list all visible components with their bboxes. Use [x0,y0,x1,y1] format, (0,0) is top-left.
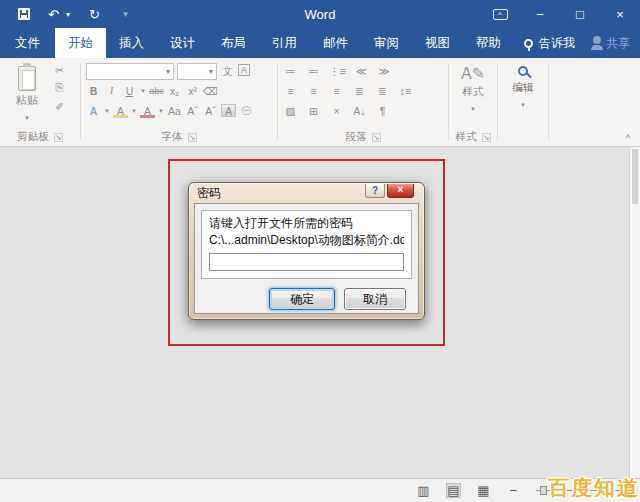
borders-icon[interactable]: ⊞ [306,103,321,118]
editing-button[interactable]: 编辑 ▾ [498,64,548,112]
font-color-icon[interactable]: A [140,103,155,118]
chevron-down-icon: ▾ [166,67,170,76]
align-left-icon[interactable]: ≡ [283,83,298,98]
tab-review[interactable]: 审阅 [361,28,412,58]
format-painter-icon[interactable]: ✐ [52,98,67,113]
asian-layout-icon[interactable]: × [329,103,344,118]
maximize-icon[interactable]: □ [560,0,600,28]
minimize-icon[interactable]: − [520,0,560,28]
collapse-ribbon-icon[interactable]: ^ [626,133,630,143]
underline-caret-icon[interactable]: ▾ [140,83,146,98]
tell-me-icon [524,39,533,48]
password-input[interactable] [209,253,404,271]
change-case-icon[interactable]: Aa [167,103,182,118]
font-name-select[interactable]: ▾ [86,63,174,80]
enclose-character-icon[interactable]: ㊀ [239,103,254,118]
superscript-icon[interactable]: x² [185,83,200,98]
styles-icon: A✎ [461,64,485,83]
password-prompt-text: 请键入打开文件所需的密码 [209,215,404,232]
dialog-launcher-icon[interactable]: ↘ [372,133,381,142]
chevron-down-icon: ▾ [520,97,526,112]
shading-icon[interactable]: ▨ [283,103,298,118]
vertical-scrollbar[interactable] [629,147,640,478]
multilevel-list-icon[interactable]: ⋮≡ [329,63,346,78]
window-controls: ^ −□× [480,0,640,28]
copy-icon[interactable]: ⎘ [52,80,67,95]
character-shading-icon[interactable]: A [221,104,236,117]
view-mode-buttons: ▥▤▦ [416,483,491,498]
tab-file[interactable]: 文件 [0,28,55,58]
sort-icon[interactable]: A↓ [352,103,367,118]
scrollbar-thumb[interactable] [632,149,638,204]
paste-label: 粘贴 [16,93,38,108]
line-spacing-icon[interactable]: ↕≡ [398,83,413,98]
password-dialog: 密码 ? × 请键入打开文件所需的密码 C:\...admin\Desktop\… [188,182,425,320]
underline-icon[interactable]: U [122,83,137,98]
print-layout-icon[interactable]: ▤ [446,483,461,498]
ok-button[interactable]: 确定 [269,288,335,310]
document-area: 密码 ? × 请键入打开文件所需的密码 C:\...admin\Desktop\… [0,147,640,478]
dialog-close-button[interactable]: × [387,184,414,198]
tab-references[interactable]: 引用 [259,28,310,58]
share-button[interactable]: 共享 [593,28,630,58]
align-center-icon[interactable]: ≡ [306,83,321,98]
ribbon-display-options-button[interactable]: ^ [480,0,520,28]
tab-design[interactable]: 设计 [157,28,208,58]
phonetic-guide-icon[interactable]: 文 [220,64,235,79]
font-group: ▾ ▾ 文A BIU▾abcx₂x²⌫ A▾A▾A▾AaAˆAˇA㊀ 字体 ↘ [81,58,277,146]
show-marks-icon[interactable]: ¶ [375,103,390,118]
chevron-down-icon: ▾ [470,101,476,116]
ribbon-tab-bar: 文件 开始插入设计布局引用邮件审阅视图帮助 告诉我 共享 [0,28,640,58]
text-highlight-icon[interactable]: A [113,103,128,118]
dialog-launcher-icon[interactable]: ↘ [54,133,63,142]
tab-mailings[interactable]: 邮件 [310,28,361,58]
dialog-launcher-icon[interactable]: ↘ [482,133,491,142]
styles-button[interactable]: A✎ 样式 ▾ [449,64,497,116]
dialog-launcher-icon[interactable]: ↘ [188,133,197,142]
increase-indent-icon[interactable]: ≫ [377,63,392,78]
group-label-font: 字体 [162,130,183,144]
align-right-icon[interactable]: ≡ [329,83,344,98]
bold-icon[interactable]: B [86,83,101,98]
dialog-footer: 确定 取消 [201,279,412,310]
font-size-select[interactable]: ▾ [177,63,217,80]
character-border-icon[interactable]: A [238,64,250,76]
paste-icon [18,66,36,91]
tab-help[interactable]: 帮助 [463,28,514,58]
paste-button[interactable]: 粘贴 ▾ [6,63,48,125]
web-layout-icon[interactable]: ▦ [476,483,491,498]
distribute-icon[interactable]: ≣ [375,83,390,98]
group-separator [548,64,549,140]
group-label-clipboard: 剪贴板 [17,130,49,144]
dialog-title: 密码 [197,185,221,202]
search-icon [518,66,528,76]
styles-button-label: 样式 [463,85,484,99]
editing-button-label: 编辑 [513,81,534,95]
bullets-icon[interactable]: ≔ [283,63,298,78]
tab-view[interactable]: 视图 [412,28,463,58]
dropdown-caret-icon: ▾ [131,103,137,118]
zoom-out-button[interactable]: − [506,483,521,498]
close-icon[interactable]: × [600,0,640,28]
decrease-indent-icon[interactable]: ≪ [354,63,369,78]
justify-icon[interactable]: ≣ [352,83,367,98]
strikethrough-icon[interactable]: abc [149,83,164,98]
help-button[interactable]: ? [365,184,385,198]
italic-icon[interactable]: I [104,83,119,98]
cut-icon[interactable]: ✂ [52,62,67,77]
clear-formatting-icon[interactable]: ⌫ [203,83,218,98]
tell-me-button[interactable]: 告诉我 [514,28,585,58]
subscript-icon[interactable]: x₂ [167,83,182,98]
tab-home[interactable]: 开始 [55,28,106,58]
cancel-button[interactable]: 取消 [344,288,406,310]
grow-font-icon[interactable]: Aˆ [185,103,200,118]
tab-layout[interactable]: 布局 [208,28,259,58]
zoom-slider-thumb[interactable] [540,486,547,495]
tab-insert[interactable]: 插入 [106,28,157,58]
shrink-font-icon[interactable]: Aˇ [203,103,218,118]
file-path-text: C:\...admin\Desktop\动物图标简介.docx [209,232,404,249]
numbering-icon[interactable]: ≕ [306,63,321,78]
window-buttons: −□× [520,0,640,28]
text-effects-icon[interactable]: A [86,103,101,118]
read-mode-icon[interactable]: ▥ [416,483,431,498]
